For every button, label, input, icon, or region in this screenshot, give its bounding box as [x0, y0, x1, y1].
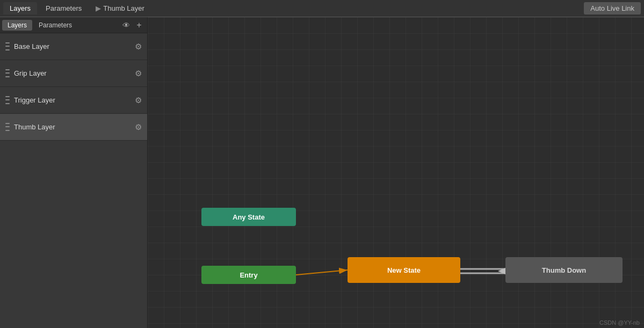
sidebar-tab-parameters[interactable]: Parameters: [33, 20, 77, 31]
tab-parameters[interactable]: Parameters: [39, 2, 88, 14]
tab-layers[interactable]: Layers: [3, 2, 37, 14]
sidebar-item-trigger-layer[interactable]: Trigger Layer ⚙: [0, 87, 147, 114]
watermark: CSDN @YY-nb: [599, 319, 640, 326]
canvas-area[interactable]: Any State Entry New State Thumb Down CSD…: [148, 17, 644, 328]
eye-icon[interactable]: 👁: [120, 19, 132, 31]
sidebar-item-thumb-layer[interactable]: Thumb Layer ⚙: [0, 114, 147, 141]
any-state-label: Any State: [233, 213, 265, 221]
gear-icon-thumb[interactable]: ⚙: [135, 122, 142, 132]
thumb-down-label: Thumb Down: [542, 266, 586, 274]
layer-name-grip: Grip Layer: [14, 69, 135, 77]
breadcrumb-item-thumb-layer: Thumb Layer: [103, 4, 144, 12]
breadcrumb: ▶ Thumb Layer: [90, 4, 582, 12]
node-entry[interactable]: Entry: [201, 266, 296, 284]
new-state-label: New State: [387, 266, 421, 274]
layer-name-trigger: Trigger Layer: [14, 96, 135, 104]
gear-icon-base[interactable]: ⚙: [135, 42, 142, 52]
drag-handle-grip-layer: [5, 68, 10, 79]
gear-icon-grip[interactable]: ⚙: [135, 69, 142, 78]
drag-handle-thumb-layer: [5, 122, 10, 133]
sidebar-tab-layers[interactable]: Layers: [2, 20, 32, 31]
entry-label: Entry: [240, 271, 257, 279]
sidebar-tabs: Layers Parameters 👁 +: [0, 17, 147, 33]
layer-name-thumb: Thumb Layer: [14, 123, 135, 131]
add-layer-button[interactable]: +: [133, 19, 145, 31]
node-new-state[interactable]: New State: [348, 257, 460, 283]
gear-icon-trigger[interactable]: ⚙: [135, 96, 142, 105]
breadcrumb-arrow: ▶: [96, 4, 101, 12]
sidebar-item-grip-layer[interactable]: Grip Layer ⚙: [0, 60, 147, 87]
sidebar: Layers Parameters 👁 + Base Layer ⚙ Grip …: [0, 17, 148, 328]
node-any-state[interactable]: Any State: [201, 208, 296, 226]
top-bar: Layers Parameters ▶ Thumb Layer Auto Liv…: [0, 0, 644, 17]
sidebar-item-base-layer[interactable]: Base Layer ⚙: [0, 33, 147, 60]
layer-name-base: Base Layer: [14, 42, 135, 50]
drag-handle-trigger-layer: [5, 95, 10, 106]
drag-handle-base-layer: [5, 41, 10, 52]
node-thumb-down[interactable]: Thumb Down: [505, 257, 623, 283]
auto-live-link-button[interactable]: Auto Live Link: [584, 2, 641, 14]
